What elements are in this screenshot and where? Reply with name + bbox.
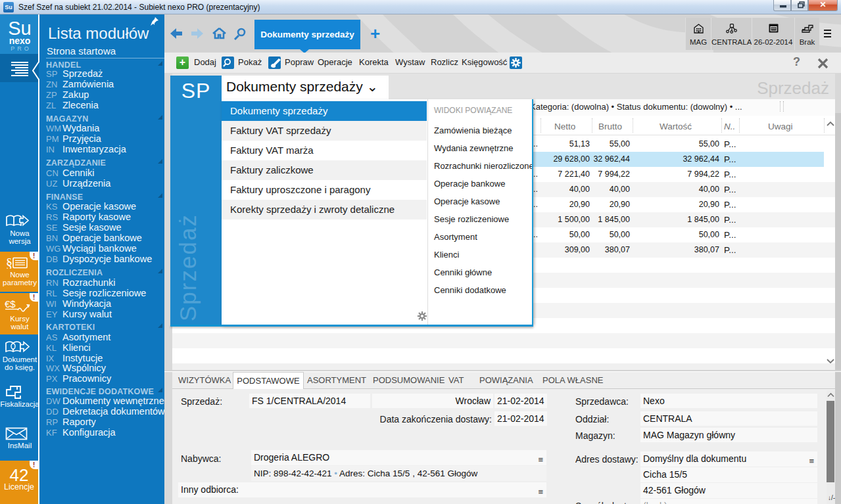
svg-text:€$: €$ [5, 300, 16, 309]
svg-text:§: § [6, 257, 12, 269]
